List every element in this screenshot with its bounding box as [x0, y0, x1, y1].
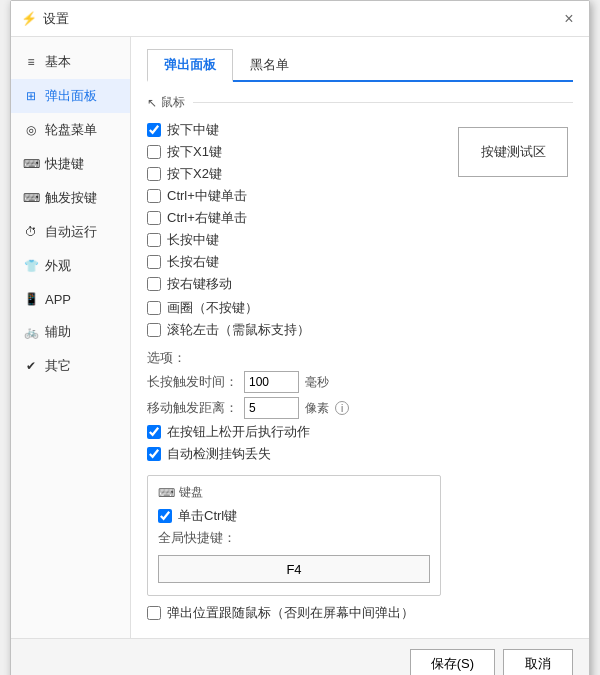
sidebar-icon-wheel: ◎ [23, 122, 39, 138]
checkbox-ctrl-mid[interactable] [147, 189, 161, 203]
sidebar-label-auto: 自动运行 [45, 223, 97, 241]
sidebar: ≡基本⊞弹出面板◎轮盘菜单⌨快捷键⌨触发按键⏱自动运行👕外观📱APP🚲辅助✔其它 [11, 37, 131, 638]
move-distance-unit: 像素 [305, 400, 329, 417]
global-shortcut-label: 全局快捷键： [158, 529, 236, 547]
sidebar-label-touch: 触发按键 [45, 189, 97, 207]
label-release-action: 在按钮上松开后执行动作 [167, 423, 310, 441]
sidebar-icon-assist: 🚲 [23, 324, 39, 340]
sidebar-icon-popup: ⊞ [23, 88, 39, 104]
option-row-release-action: 在按钮上松开后执行动作 [147, 423, 441, 441]
label-x1-btn: 按下X1键 [167, 143, 222, 161]
sidebar-icon-touch: ⌨ [23, 190, 39, 206]
label-ctrl-mid: Ctrl+中键单击 [167, 187, 247, 205]
sidebar-item-appearance[interactable]: 👕外观 [11, 249, 130, 283]
sidebar-label-popup: 弹出面板 [45, 87, 97, 105]
mouse-row-right-move: 按右键移动 [147, 275, 441, 293]
app-icon: ⚡ [21, 11, 37, 27]
window-title: 设置 [43, 10, 559, 28]
info-icon[interactable]: i [335, 401, 349, 415]
checkbox-ctrl-right[interactable] [147, 211, 161, 225]
option-row-auto-detect: 自动检测挂钩丢失 [147, 445, 441, 463]
checkbox-auto-detect[interactable] [147, 447, 161, 461]
cancel-button[interactable]: 取消 [503, 649, 573, 675]
mouse-row-ctrl-right: Ctrl+右键单击 [147, 209, 441, 227]
main-layout: ≡基本⊞弹出面板◎轮盘菜单⌨快捷键⌨触发按键⏱自动运行👕外观📱APP🚲辅助✔其它… [11, 37, 589, 638]
long-press-unit: 毫秒 [305, 374, 329, 391]
test-area-button[interactable]: 按键测试区 [458, 127, 568, 177]
label-scroll-left: 滚轮左击（需鼠标支持） [167, 321, 310, 339]
save-button[interactable]: 保存(S) [410, 649, 495, 675]
mouse-row-ctrl-mid: Ctrl+中键单击 [147, 187, 441, 205]
follow-mouse-label: 弹出位置跟随鼠标（否则在屏幕中间弹出） [167, 604, 414, 622]
label-long-mid: 长按中键 [167, 231, 219, 249]
checkbox-single-ctrl[interactable] [158, 509, 172, 523]
checkbox-long-right[interactable] [147, 255, 161, 269]
settings-window: ⚡ 设置 × ≡基本⊞弹出面板◎轮盘菜单⌨快捷键⌨触发按键⏱自动运行👕外观📱AP… [10, 0, 590, 675]
sidebar-label-appearance: 外观 [45, 257, 71, 275]
content-area: 按下中键按下X1键按下X2键Ctrl+中键单击Ctrl+右键单击长按中键长按右键… [147, 117, 573, 626]
sidebar-item-other[interactable]: ✔其它 [11, 349, 130, 383]
keyboard-icon: ⌨ [158, 486, 175, 500]
tab-blacklist[interactable]: 黑名单 [233, 49, 306, 82]
label-auto-detect: 自动检测挂钩丢失 [167, 445, 271, 463]
checkbox-scroll-left[interactable] [147, 323, 161, 337]
tab-bar: 弹出面板 黑名单 [147, 49, 573, 82]
mouse-section-header: ↖ 鼠标 [147, 94, 573, 111]
sidebar-item-wheel[interactable]: ◎轮盘菜单 [11, 113, 130, 147]
mouse-row-long-right: 长按右键 [147, 253, 441, 271]
label-ctrl-right: Ctrl+右键单击 [167, 209, 247, 227]
label-mid-btn: 按下中键 [167, 121, 219, 139]
sidebar-icon-shortcut: ⌨ [23, 156, 39, 172]
label-x2-btn: 按下X2键 [167, 165, 222, 183]
follow-mouse-checkbox[interactable] [147, 606, 161, 620]
checkbox-x2-btn[interactable] [147, 167, 161, 181]
mouse-row-x1-btn: 按下X1键 [147, 143, 441, 161]
label-right-move: 按右键移动 [167, 275, 232, 293]
checkbox-long-mid[interactable] [147, 233, 161, 247]
extra-row-scroll-left: 滚轮左击（需鼠标支持） [147, 321, 441, 339]
sidebar-icon-auto: ⏱ [23, 224, 39, 240]
sidebar-item-basic[interactable]: ≡基本 [11, 45, 130, 79]
global-shortcut-row: 全局快捷键： [158, 529, 430, 547]
sidebar-label-basic: 基本 [45, 53, 71, 71]
sidebar-item-assist[interactable]: 🚲辅助 [11, 315, 130, 349]
long-press-row: 长按触发时间： 毫秒 [147, 371, 441, 393]
checkbox-draw-circle[interactable] [147, 301, 161, 315]
checkbox-release-action[interactable] [147, 425, 161, 439]
label-single-ctrl: 单击Ctrl键 [178, 507, 237, 525]
mouse-icon: ↖ [147, 96, 157, 110]
long-press-input[interactable] [244, 371, 299, 393]
sidebar-icon-other: ✔ [23, 358, 39, 374]
checkbox-mid-btn[interactable] [147, 123, 161, 137]
sidebar-icon-basic: ≡ [23, 54, 39, 70]
sidebar-item-auto[interactable]: ⏱自动运行 [11, 215, 130, 249]
close-button[interactable]: × [559, 9, 579, 29]
section-divider [193, 102, 573, 103]
extra-row-draw-circle: 画圈（不按键） [147, 299, 441, 317]
move-distance-input[interactable] [244, 397, 299, 419]
options-section: 选项： 长按触发时间： 毫秒 移动触发距离： 像素 i 在按钮上松开后执 [147, 349, 441, 463]
label-draw-circle: 画圈（不按键） [167, 299, 258, 317]
label-long-right: 长按右键 [167, 253, 219, 271]
sidebar-item-shortcut[interactable]: ⌨快捷键 [11, 147, 130, 181]
main-content: 弹出面板 黑名单 ↖ 鼠标 按下中键按下X1键按下X2键Ctrl+中键单击Ctr… [131, 37, 589, 638]
sidebar-item-popup[interactable]: ⊞弹出面板 [11, 79, 130, 113]
checkbox-x1-btn[interactable] [147, 145, 161, 159]
sidebar-icon-appearance: 👕 [23, 258, 39, 274]
sidebar-label-wheel: 轮盘菜单 [45, 121, 97, 139]
move-distance-label: 移动触发距离： [147, 399, 238, 417]
checkbox-right-move[interactable] [147, 277, 161, 291]
mouse-row-long-mid: 长按中键 [147, 231, 441, 249]
sidebar-icon-app: 📱 [23, 291, 39, 307]
mouse-header-label: 鼠标 [161, 94, 185, 111]
global-shortcut-input[interactable] [158, 555, 430, 583]
sidebar-label-assist: 辅助 [45, 323, 71, 341]
title-bar: ⚡ 设置 × [11, 1, 589, 37]
footer: 保存(S) 取消 [11, 638, 589, 675]
kb-row-single-ctrl: 单击Ctrl键 [158, 507, 430, 525]
tab-popup-panel[interactable]: 弹出面板 [147, 49, 233, 82]
left-panel: 按下中键按下X1键按下X2键Ctrl+中键单击Ctrl+右键单击长按中键长按右键… [147, 117, 441, 626]
sidebar-item-app[interactable]: 📱APP [11, 283, 130, 315]
sidebar-item-touch[interactable]: ⌨触发按键 [11, 181, 130, 215]
follow-mouse-row: 弹出位置跟随鼠标（否则在屏幕中间弹出） [147, 604, 441, 622]
